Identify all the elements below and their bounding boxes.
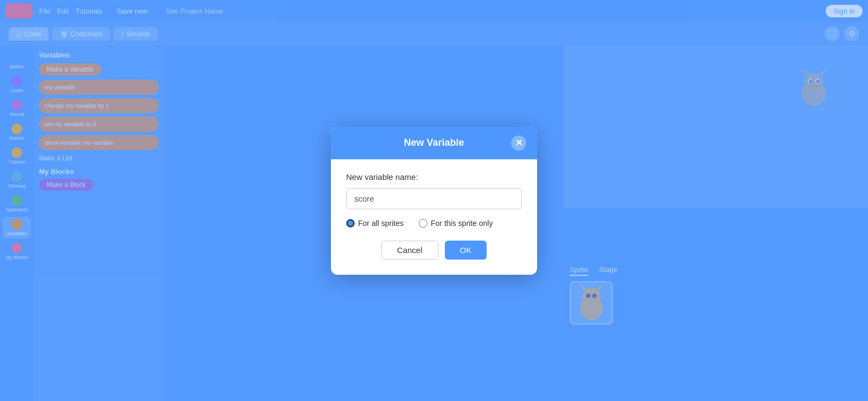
- for-all-sprites-label: For all sprites: [358, 219, 404, 228]
- for-this-sprite-label: For this sprite only: [431, 219, 493, 228]
- modal-title: New Variable: [357, 137, 511, 148]
- scope-radio-group: For all sprites For this sprite only: [346, 219, 522, 228]
- new-variable-modal: New Variable ✕ New variable name: For al…: [331, 127, 537, 275]
- cancel-button[interactable]: Cancel: [381, 241, 438, 260]
- modal-footer: Cancel OK: [346, 241, 522, 260]
- variable-name-input[interactable]: [346, 188, 522, 209]
- for-all-sprites-radio[interactable]: [346, 219, 355, 228]
- ok-button[interactable]: OK: [445, 241, 487, 260]
- variable-name-label: New variable name:: [346, 172, 522, 182]
- modal-close-button[interactable]: ✕: [511, 135, 526, 151]
- for-this-sprite-radio[interactable]: [419, 219, 427, 228]
- modal-overlay: New Variable ✕ New variable name: For al…: [0, 0, 868, 401]
- for-this-sprite-option[interactable]: For this sprite only: [419, 219, 493, 228]
- modal-header: New Variable ✕: [331, 127, 537, 159]
- modal-body: New variable name: For all sprites For t…: [331, 159, 537, 275]
- for-all-sprites-option[interactable]: For all sprites: [346, 219, 404, 228]
